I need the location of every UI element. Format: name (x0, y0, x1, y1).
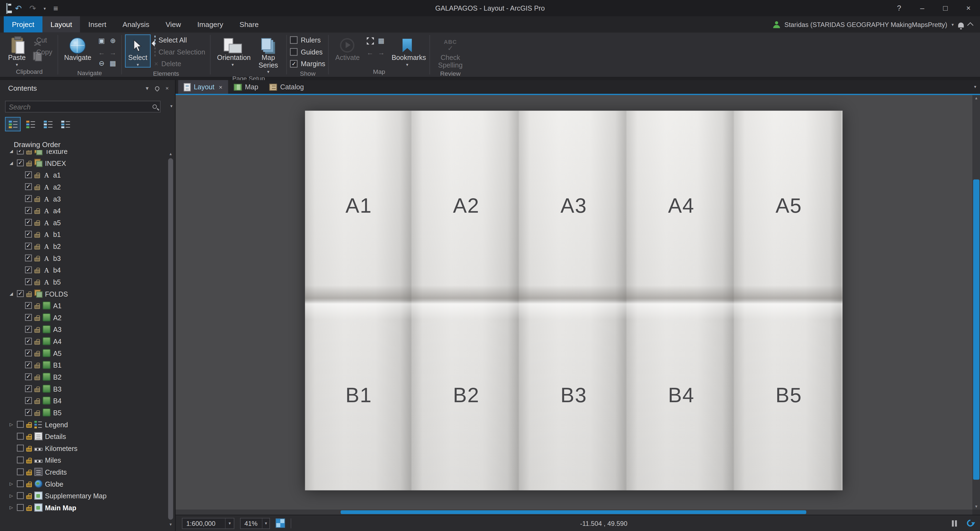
pause-drawing-icon[interactable] (952, 520, 957, 526)
list-by-editing-button[interactable] (57, 117, 73, 131)
rulers-toggle[interactable]: Rulers (290, 34, 325, 45)
layer-checkbox[interactable]: ✓ (25, 171, 32, 178)
layer-row[interactable]: ✓ B3 (0, 383, 166, 395)
layer-row[interactable]: ✓ A1 (0, 300, 166, 311)
navigate-button[interactable]: Navigate (61, 34, 94, 62)
close-layout-tab-icon[interactable]: × (219, 84, 222, 91)
layer-row[interactable]: ◢ ✓ FOLDS (0, 287, 166, 300)
map-next-extent-button[interactable]: → (376, 47, 387, 57)
vertical-scrollbar[interactable]: ▴ ▾ (973, 95, 980, 510)
layout-paper[interactable]: A1 A2 A3 A4 A5 B1 B2 B3 B4 B5 (305, 110, 843, 490)
layer-row[interactable]: Credits (0, 466, 166, 478)
layer-checkbox[interactable]: ✓ (25, 326, 32, 333)
layout-canvas[interactable]: A1 A2 A3 A4 A5 B1 B2 B3 B4 B5 (175, 95, 972, 510)
layer-checkbox[interactable]: ✓ (25, 373, 32, 380)
expand-arrow[interactable]: ◢ (8, 150, 14, 153)
pane-menu-caret-icon[interactable]: ▾ (146, 85, 149, 91)
layer-checkbox[interactable]: ✓ (25, 207, 32, 214)
fixed-zoom-in-button[interactable]: ⊕ (108, 36, 118, 46)
layer-row[interactable]: ✓ A a2 (0, 181, 166, 193)
activate-button[interactable]: Activate (332, 34, 363, 62)
snapping-toggle-icon[interactable] (276, 518, 285, 528)
next-extent-button[interactable]: → (108, 47, 118, 57)
scroll-up-icon[interactable]: ▴ (167, 151, 173, 156)
tab-view[interactable]: View (158, 16, 189, 33)
scale-caret-icon[interactable]: ▾ (225, 518, 234, 528)
layer-checkbox[interactable] (17, 492, 24, 499)
margins-toggle[interactable]: ✓ Margins (290, 58, 325, 69)
close-button[interactable]: × (957, 0, 980, 16)
layer-row[interactable]: Miles (0, 454, 166, 466)
zoom-caret-icon[interactable]: ▾ (262, 518, 269, 528)
layer-checkbox[interactable]: ✓ (25, 361, 32, 368)
select-all-button[interactable]: Select All (153, 34, 207, 45)
scale-combo[interactable]: 1:600,000 ▾ (182, 517, 234, 529)
layer-checkbox[interactable] (17, 457, 24, 464)
layer-row[interactable]: ✓ B1 (0, 359, 166, 371)
layer-checkbox[interactable] (17, 421, 24, 428)
layer-row[interactable]: ✓ A3 (0, 323, 166, 335)
expand-arrow[interactable]: ◢ (8, 291, 14, 296)
layer-checkbox[interactable]: ✓ (17, 159, 24, 166)
tab-project[interactable]: Project (4, 16, 43, 33)
cut-button[interactable]: Cut (31, 34, 54, 45)
save-icon[interactable] (6, 4, 8, 12)
full-extent-button[interactable]: ▣ (96, 36, 107, 46)
refresh-view-icon[interactable] (966, 518, 975, 528)
guides-toggle[interactable]: Guides (290, 46, 325, 57)
layer-row[interactable]: ✓ A a5 (0, 217, 166, 228)
account-menu[interactable]: Staridas (STARIDAS GEOGRAPHY MakingMapsP… (773, 16, 980, 33)
layer-row[interactable]: ▷ Legend (0, 418, 166, 430)
scroll-down-icon[interactable]: ▾ (167, 522, 173, 527)
customize-qat-caret-icon[interactable]: ▾ (43, 6, 46, 10)
map-series-button[interactable]: Map Series ▾ (253, 34, 283, 74)
layer-row[interactable]: ✓ A a4 (0, 204, 166, 217)
pane-pin-icon[interactable] (154, 85, 160, 91)
zoom-full-extent-button[interactable] (365, 36, 375, 46)
contents-scroll-thumb[interactable] (168, 158, 173, 520)
layer-row[interactable]: ◢ ✓ Texture (0, 150, 166, 157)
layer-checkbox[interactable] (17, 445, 24, 451)
list-by-source-button[interactable] (22, 117, 38, 131)
layer-checkbox[interactable]: ✓ (25, 338, 32, 344)
undo-icon[interactable]: ↶ (15, 4, 22, 12)
contents-scrollbar[interactable]: ▴ ▾ (167, 151, 173, 527)
rulers-checkbox[interactable] (290, 36, 298, 44)
layer-checkbox[interactable]: ✓ (25, 266, 32, 273)
layer-row[interactable]: ✓ A2 (0, 311, 166, 324)
layer-checkbox[interactable] (17, 480, 24, 487)
layer-checkbox[interactable]: ✓ (25, 397, 32, 404)
paste-button[interactable]: Paste ▾ (4, 34, 29, 67)
layer-row[interactable]: ✓ B4 (0, 395, 166, 407)
layer-checkbox[interactable]: ✓ (25, 231, 32, 238)
layer-checkbox[interactable]: ✓ (25, 219, 32, 226)
tab-imagery[interactable]: Imagery (189, 16, 231, 33)
search-history-caret-icon[interactable]: ▾ (170, 104, 173, 108)
layer-checkbox[interactable]: ✓ (25, 195, 32, 202)
layer-row[interactable]: Details (0, 430, 166, 442)
layer-row[interactable]: ✓ A4 (0, 335, 166, 347)
collapse-ribbon-icon[interactable] (967, 22, 974, 29)
menu-icon[interactable]: ≡ (53, 4, 58, 12)
layer-row[interactable]: ✓ A b5 (0, 276, 166, 288)
bookmarks-button[interactable]: Bookmarks ▾ (388, 34, 426, 67)
previous-extent-button[interactable]: ← (96, 47, 107, 57)
orientation-button[interactable]: Orientation ▾ (214, 34, 251, 67)
expand-arrow[interactable]: ▷ (8, 505, 14, 510)
layer-checkbox[interactable]: ✓ (25, 302, 32, 309)
layer-checkbox[interactable]: ✓ (17, 290, 24, 297)
layer-row[interactable]: ✓ A b1 (0, 228, 166, 240)
layer-row[interactable]: ✓ A b3 (0, 252, 166, 264)
layer-row[interactable]: ✓ A b4 (0, 264, 166, 276)
layer-row[interactable]: ✓ B2 (0, 371, 166, 383)
layer-row[interactable]: ✓ B5 (0, 407, 166, 419)
layer-checkbox[interactable]: ✓ (25, 350, 32, 356)
tab-list-caret-icon[interactable]: ▾ (974, 80, 980, 94)
map-previous-extent-button[interactable]: ← (365, 47, 375, 57)
layer-checkbox[interactable]: ✓ (25, 278, 32, 285)
layer-row[interactable]: ✓ A a1 (0, 169, 166, 181)
doc-tab-catalog[interactable]: Catalog (264, 80, 309, 94)
layer-checkbox[interactable] (17, 504, 24, 511)
tab-share[interactable]: Share (231, 16, 267, 33)
layer-row[interactable]: ✓ A a3 (0, 193, 166, 204)
